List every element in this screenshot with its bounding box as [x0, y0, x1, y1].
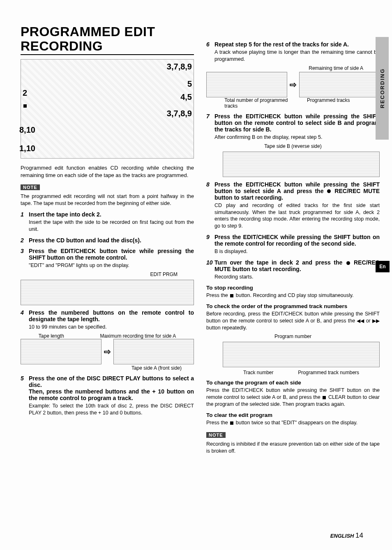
clear-program-heading: To clear the edit program	[206, 412, 380, 418]
fast-forward-icon: ▶▶	[372, 318, 380, 323]
step-9: 9 Press the EDIT/CHECK while pressing th…	[206, 234, 380, 247]
note1-text: The programmed edit recording will not s…	[21, 193, 194, 207]
page-title: PROGRAMMED EDIT RECORDING	[21, 25, 194, 55]
step-8: 8 Press the EDIT/CHECK button while pres…	[206, 181, 380, 201]
lcd-display-step4: ⇨	[21, 339, 194, 364]
step-4: 4 Press the numbered buttons on the remo…	[21, 309, 194, 322]
side-tab-recording: RECORDING	[376, 37, 389, 140]
rewind-icon: ◀◀	[357, 318, 364, 323]
lcd-display-step6: ⇨	[206, 72, 380, 97]
lcd-display-step3	[21, 280, 194, 305]
stop-icon	[230, 421, 233, 425]
stop-icon	[323, 396, 326, 399]
lcd-display-step7	[223, 152, 380, 177]
step-7: 7 Press the EDIT/CHECK button while pres…	[206, 113, 380, 133]
page-footer: ENGLISH 14	[330, 532, 363, 540]
lcd-display-checkorder	[223, 342, 380, 367]
change-program-heading: To change the program of each side	[206, 380, 380, 386]
step-2: 2 Press the CD button and load the disc(…	[21, 237, 194, 244]
stop-icon	[23, 104, 27, 108]
note2-text: Recording is inhibited if the erasure pr…	[206, 441, 380, 455]
left-column: PROGRAMMED EDIT RECORDING 2 8,10 1,10 3,…	[21, 25, 194, 457]
note-badge: NOTE	[21, 184, 40, 190]
content-columns: PROGRAMMED EDIT RECORDING 2 8,10 1,10 3,…	[21, 25, 380, 457]
check-order-heading: To check the order of the programmed tra…	[206, 303, 380, 309]
step-10: 10 Turn over the tape in deck 2 and pres…	[206, 259, 380, 272]
record-icon	[327, 189, 331, 193]
step-3: 3 Press the EDIT/CHECK button twice whil…	[21, 248, 194, 261]
stop-recording-heading: To stop recording	[206, 285, 380, 291]
record-icon	[346, 261, 350, 265]
figure-stereo-remote: 2 8,10 1,10 3,7,8,9 5 4,5 3,7,8,9	[21, 59, 194, 159]
intro-text: Programmed edit function enables CD reco…	[21, 164, 194, 179]
en-language-tab: En	[376, 261, 390, 272]
arrow-right-icon: ⇨	[104, 347, 111, 357]
note-badge: NOTE	[206, 432, 226, 438]
arrow-right-icon: ⇨	[290, 80, 297, 90]
stop-icon	[230, 294, 233, 297]
step-6: 6 Repeat step 5 for the rest of the trac…	[206, 41, 380, 48]
step-5: 5 Press the one of the DISC DIRECT PLAY …	[21, 375, 194, 401]
step-1: 1 Insert the tape into deck 2.	[21, 211, 194, 218]
right-column: 6 Repeat step 5 for the rest of the trac…	[206, 25, 380, 457]
